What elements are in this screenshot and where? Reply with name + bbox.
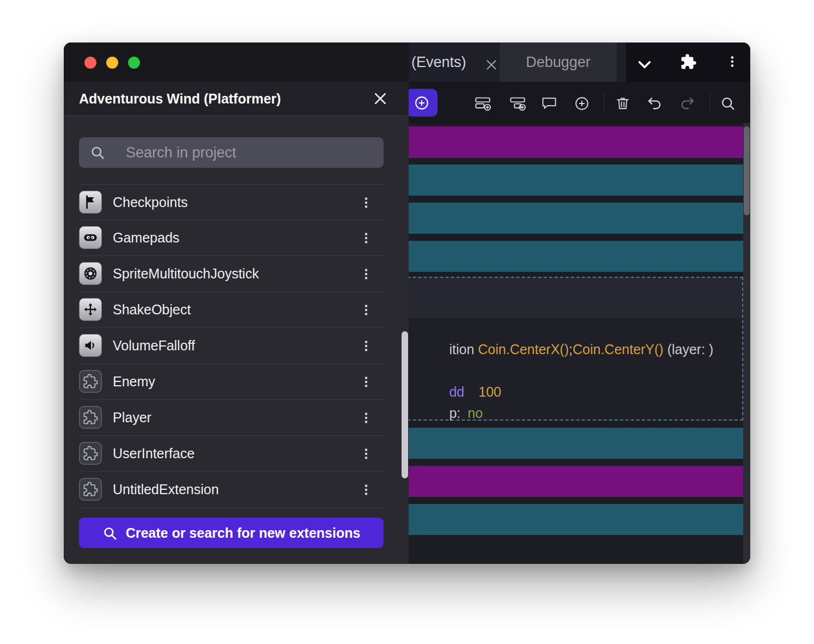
toolbar-separator: [604, 93, 604, 112]
chevron-down-icon[interactable]: [636, 56, 653, 71]
extension-label: Gamepads: [113, 220, 179, 256]
gamepad-icon: [79, 226, 102, 249]
project-manager-panel: Adventurous Wind (Platformer) Checkpoint…: [64, 42, 409, 564]
extension-list-item[interactable]: UntitledExtension: [79, 472, 384, 508]
option-label: p:: [449, 405, 464, 421]
extension-label: Enemy: [113, 364, 155, 399]
kebab-menu-icon[interactable]: [359, 447, 373, 461]
layer-text: (layer: ): [664, 342, 714, 357]
events-scrollbar-track: [743, 123, 750, 564]
extension-label: VolumeFalloff: [113, 328, 195, 363]
panel-scrollbar-thumb[interactable]: [402, 331, 408, 478]
search-input[interactable]: [125, 137, 370, 168]
separator: ;: [569, 342, 573, 357]
kebab-menu-icon[interactable]: [359, 411, 373, 425]
tab-debugger[interactable]: Debugger: [500, 42, 617, 82]
kebab-menu-icon[interactable]: [359, 339, 373, 353]
traffic-minimize-button[interactable]: [106, 57, 118, 69]
traffic-zoom-button[interactable]: [128, 57, 140, 69]
toolbar-separator: [710, 93, 710, 112]
expression-x: Coin.CenterX(): [478, 342, 569, 357]
extension-label: Checkpoints: [113, 185, 188, 220]
extension-label: UntitledExtension: [113, 472, 219, 507]
extension-label: Player: [113, 400, 151, 435]
kebab-menu-icon[interactable]: [359, 267, 373, 281]
extension-list-item[interactable]: Checkpoints: [79, 184, 384, 220]
tabbar-actions: [626, 42, 750, 82]
extension-list-item[interactable]: Player: [79, 400, 384, 436]
extension-list-item[interactable]: Enemy: [79, 364, 384, 400]
extensions-puzzle-icon[interactable]: [680, 53, 697, 70]
joystick-icon: [79, 262, 102, 285]
search-icon[interactable]: [720, 95, 736, 112]
undo-icon[interactable]: [647, 95, 663, 112]
create-extension-label: Create or search for new extensions: [126, 525, 361, 541]
extension-label: UserInterface: [113, 436, 195, 471]
overflow-menu-icon[interactable]: [725, 54, 739, 70]
puzzle-icon: [79, 406, 102, 429]
expression-y: Coin.CenterY(): [573, 342, 664, 357]
event-param-line: dd100: [411, 362, 501, 382]
kebab-menu-icon[interactable]: [359, 196, 373, 210]
extension-list-item[interactable]: Gamepads: [79, 220, 384, 256]
add-comment-icon[interactable]: [541, 95, 557, 112]
kebab-menu-icon[interactable]: [359, 483, 373, 497]
flag-icon: [79, 191, 102, 214]
extension-list-item[interactable]: SpriteMultitouchJoystick: [79, 256, 384, 292]
traffic-close-button[interactable]: [84, 57, 96, 69]
puzzle-icon: [79, 478, 102, 501]
puzzle-icon: [79, 442, 102, 465]
extension-list-item[interactable]: VolumeFalloff: [79, 328, 384, 364]
tab-debugger-label: Debugger: [500, 42, 617, 82]
project-title: Adventurous Wind (Platformer): [79, 82, 281, 116]
kebab-menu-icon[interactable]: [359, 375, 373, 389]
events-scrollbar-thumb[interactable]: [744, 126, 750, 215]
gdevelop-window: (Events) Debugger: [64, 42, 750, 564]
create-extension-button[interactable]: Create or search for new extensions: [79, 518, 384, 548]
extension-label: ShakeObject: [113, 292, 191, 327]
tab-close-icon[interactable]: [484, 58, 499, 72]
search-icon: [90, 145, 105, 160]
close-icon[interactable]: [372, 90, 388, 107]
add-event-button[interactable]: [406, 89, 438, 117]
delete-icon[interactable]: [615, 95, 631, 112]
move-arrows-icon: [79, 298, 102, 321]
event-option-line: p: no: [411, 384, 483, 403]
redo-icon[interactable]: [679, 95, 695, 112]
window-titlebar: [64, 42, 409, 82]
action-text: ition: [449, 342, 478, 357]
kebab-menu-icon[interactable]: [359, 231, 373, 245]
event-action-line: ition Coin.CenterX();Coin.CenterY() (lay…: [411, 320, 713, 339]
speaker-icon: [79, 334, 102, 357]
panel-title-row: Adventurous Wind (Platformer): [64, 82, 409, 116]
extension-list-item[interactable]: UserInterface: [79, 436, 384, 472]
tab-events[interactable]: (Events): [411, 42, 466, 82]
option-value: no: [467, 405, 483, 421]
extension-label: SpriteMultitouchJoystick: [113, 256, 259, 291]
add-other-icon[interactable]: [574, 95, 590, 112]
add-sub-event-icon[interactable]: [509, 95, 526, 112]
extension-list-item[interactable]: ShakeObject: [79, 292, 384, 328]
add-standard-event-icon[interactable]: [475, 95, 491, 112]
kebab-menu-icon[interactable]: [359, 303, 373, 317]
puzzle-icon: [79, 370, 102, 393]
search-icon: [102, 526, 117, 540]
project-search-field[interactable]: [79, 137, 384, 168]
